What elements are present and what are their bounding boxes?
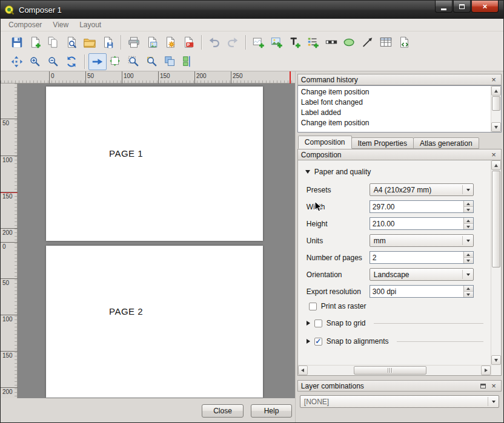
- menu-layout[interactable]: Layout: [74, 19, 107, 30]
- page-2[interactable]: PAGE 2: [46, 246, 263, 398]
- minimize-button[interactable]: [435, 1, 453, 13]
- undo-button[interactable]: [205, 34, 224, 51]
- add-attribute-table-button[interactable]: [377, 34, 395, 51]
- page-1-label[interactable]: PAGE 1: [109, 148, 143, 159]
- snap-to-alignments-checkbox[interactable]: [314, 338, 322, 346]
- load-from-template-button[interactable]: [81, 34, 99, 51]
- zoom-out-button[interactable]: [44, 53, 62, 70]
- refresh-view-button[interactable]: [62, 53, 81, 70]
- orientation-combo[interactable]: Landscape: [370, 268, 474, 281]
- composition-hscrollbar[interactable]: [298, 365, 491, 375]
- width-spinbox[interactable]: 297.00: [370, 200, 474, 213]
- scrollbar-thumb[interactable]: [492, 96, 500, 111]
- presets-label: Presets: [307, 186, 370, 194]
- composer-manager-button[interactable]: [62, 34, 81, 51]
- command-history-header: Command history: [297, 74, 502, 85]
- export-as-image-button[interactable]: [143, 34, 161, 51]
- page-2-label[interactable]: PAGE 2: [109, 306, 143, 316]
- maximize-button[interactable]: [453, 1, 471, 13]
- spin-down-icon[interactable]: [463, 291, 473, 297]
- menu-composer[interactable]: Composer: [3, 19, 47, 30]
- tab-composition[interactable]: Composition: [298, 136, 352, 149]
- scroll-left-icon[interactable]: [298, 366, 308, 375]
- paper-quality-section[interactable]: Paper and quality: [305, 168, 487, 176]
- num-pages-value: 2: [370, 252, 463, 263]
- ruler-tick: [1, 192, 18, 192]
- close-panel-icon[interactable]: [489, 382, 498, 390]
- save-composition-button[interactable]: [8, 34, 26, 51]
- expand-triangle-icon[interactable]: [307, 321, 310, 326]
- add-label-button[interactable]: [286, 34, 304, 51]
- spin-up-icon[interactable]: [463, 252, 473, 257]
- duplicate-composition-button[interactable]: [44, 34, 62, 51]
- export-as-pdf-button[interactable]: [179, 34, 197, 51]
- add-image-button[interactable]: [268, 34, 286, 51]
- close-panel-icon[interactable]: [489, 151, 498, 159]
- export-as-svg-button[interactable]: [161, 34, 179, 51]
- help-button[interactable]: Help: [251, 404, 292, 418]
- scroll-up-icon[interactable]: [491, 86, 501, 96]
- close-dialog-button[interactable]: Close: [202, 404, 244, 418]
- redo-button[interactable]: [224, 34, 242, 51]
- units-combo[interactable]: mm: [370, 234, 474, 247]
- add-ellipse-button[interactable]: [340, 34, 359, 51]
- group-items-button[interactable]: [161, 53, 179, 70]
- presets-combo[interactable]: A4 (210x297 mm): [370, 183, 474, 196]
- composer-manager-icon: [65, 36, 78, 49]
- scroll-down-icon[interactable]: [491, 122, 501, 132]
- move-item-content-button[interactable]: [107, 53, 125, 70]
- spin-down-icon[interactable]: [463, 206, 473, 212]
- spin-up-icon[interactable]: [463, 218, 473, 223]
- print-button[interactable]: [125, 34, 143, 51]
- menu-view[interactable]: View: [47, 19, 74, 30]
- add-arrow-button[interactable]: [359, 34, 377, 51]
- zoom-full-button[interactable]: [8, 53, 26, 70]
- scroll-down-icon[interactable]: [491, 355, 501, 365]
- new-composition-button[interactable]: [26, 34, 44, 51]
- export-resolution-spinbox[interactable]: 300 dpi: [370, 285, 474, 298]
- spin-down-icon[interactable]: [463, 257, 473, 263]
- num-pages-spinbox[interactable]: 2: [370, 251, 474, 264]
- history-item[interactable]: Label font changed: [300, 97, 490, 108]
- align-items-button[interactable]: [179, 53, 197, 70]
- float-panel-icon[interactable]: [480, 384, 486, 389]
- composition-viewport[interactable]: PAGE 1 PAGE 2: [18, 84, 295, 398]
- page-1[interactable]: PAGE 1: [46, 87, 263, 241]
- close-panel-icon[interactable]: [489, 76, 498, 84]
- save-as-template-button[interactable]: [99, 34, 117, 51]
- add-new-scalebar-button[interactable]: [322, 34, 340, 51]
- zoom-region-button[interactable]: [125, 53, 143, 70]
- scrollbar-thumb[interactable]: [354, 366, 426, 375]
- toolbar-separator: [201, 35, 202, 50]
- zoom-in-button[interactable]: [26, 53, 44, 70]
- scroll-up-icon[interactable]: [491, 160, 501, 170]
- select-move-item-button[interactable]: [88, 53, 107, 70]
- scroll-right-icon[interactable]: [481, 366, 491, 375]
- ruler-tick: [231, 71, 231, 84]
- tab-atlas-generation[interactable]: Atlas generation: [413, 137, 479, 149]
- command-history-list[interactable]: Change item positionLabel font changedLa…: [297, 85, 502, 133]
- add-html-frame-button[interactable]: [395, 34, 413, 51]
- zoom-to-item-button[interactable]: [143, 53, 161, 70]
- snap-to-grid-checkbox[interactable]: [314, 320, 322, 327]
- composition-vscrollbar[interactable]: [491, 160, 501, 375]
- spin-down-icon[interactable]: [463, 223, 473, 229]
- history-item[interactable]: Label added: [300, 108, 490, 118]
- layer-combinations-combo[interactable]: [NONE]: [300, 395, 499, 408]
- print-as-raster-checkbox[interactable]: [309, 303, 317, 310]
- history-scrollbar[interactable]: [491, 86, 501, 132]
- titlebar[interactable]: Composer 1: [1, 1, 503, 19]
- expand-triangle-icon[interactable]: [307, 339, 310, 344]
- height-spinbox[interactable]: 210.00: [370, 217, 474, 230]
- add-new-map-button[interactable]: [250, 34, 268, 51]
- scrollbar-thumb[interactable]: [492, 171, 500, 267]
- history-item[interactable]: Change item position: [300, 87, 490, 97]
- spin-up-icon[interactable]: [463, 286, 473, 291]
- tab-item-properties[interactable]: Item Properties: [351, 137, 414, 149]
- command-history-title: Command history: [301, 76, 489, 84]
- vertical-ruler: 50100150200050100150200: [1, 84, 18, 398]
- add-new-legend-button[interactable]: [304, 34, 322, 51]
- close-button[interactable]: [471, 1, 499, 13]
- history-item[interactable]: Change item position: [300, 118, 490, 128]
- spin-up-icon[interactable]: [463, 201, 473, 206]
